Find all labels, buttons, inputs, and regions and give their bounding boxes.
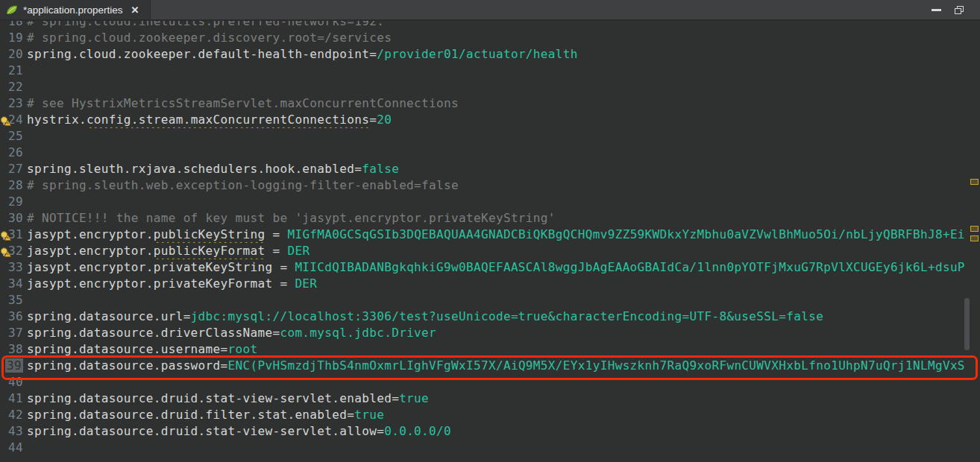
editor-row: 37spring.datasource.driverClassName=com.… — [0, 325, 980, 341]
property-value: MIICdQIBADANBgkqhkiG9w0BAQEFAASCAl8wggJb… — [295, 260, 964, 274]
line-number: 20 — [8, 47, 23, 61]
line-number: 22 — [8, 80, 23, 94]
editor-row: 36spring.datasource.url=jdbc:mysql://loc… — [0, 308, 980, 325]
code-line[interactable]: spring.datasource.url=jdbc:mysql://local… — [27, 308, 980, 325]
line-number: 18 — [8, 21, 23, 28]
property-key: jasypt.encryptor.privateKeyFormat = — [27, 276, 295, 291]
minimize-icon[interactable] — [932, 9, 941, 11]
line-number-gutter[interactable]: 41 — [0, 390, 27, 407]
line-number-gutter[interactable]: 28 — [0, 177, 27, 194]
property-value: com.mysql.jdbc.Driver — [280, 326, 436, 340]
code-line[interactable] — [27, 128, 980, 145]
code-line[interactable]: # see HystrixMetricsStreamServlet.maxCon… — [27, 95, 980, 112]
code-line[interactable]: jasypt.encryptor.publicKeyFormat = DER — [27, 243, 980, 259]
editor-row: 28# spring.sleuth.web.exception-logging-… — [0, 177, 980, 194]
property-key: publicKeyFormat — [154, 244, 266, 258]
code-line[interactable] — [27, 292, 980, 308]
line-number-gutter[interactable]: 19 — [0, 30, 27, 46]
code-line[interactable]: spring.datasource.druid.stat-view-servle… — [27, 390, 980, 407]
line-number: 27 — [8, 162, 23, 176]
tab-close-icon[interactable]: ✕ — [131, 4, 139, 16]
warning-quickfix-bulb-icon[interactable] — [0, 115, 11, 125]
property-key: spring.datasource.url= — [27, 309, 191, 323]
line-number-gutter[interactable]: 36 — [0, 308, 27, 325]
property-key: spring.datasource.password= — [27, 358, 228, 373]
line-number-gutter[interactable]: 39 — [0, 358, 27, 374]
line-number-gutter[interactable]: 29 — [0, 194, 27, 210]
property-key: spring.datasource.druid.filter.stat.enab… — [27, 408, 354, 422]
code-line[interactable]: spring.sleuth.rxjava.schedulers.hook.ena… — [27, 161, 980, 177]
code-line[interactable]: spring.datasource.druid.stat-view-servle… — [27, 423, 980, 440]
restore-maximize-icon[interactable] — [955, 6, 964, 14]
line-number-gutter[interactable]: 44 — [0, 440, 27, 456]
code-line[interactable]: spring.datasource.driverClassName=com.my… — [27, 325, 980, 341]
line-number: 23 — [8, 96, 23, 110]
line-number-gutter[interactable]: 20 — [0, 46, 27, 63]
editor-row: 44 — [0, 440, 980, 456]
warning-quickfix-bulb-icon[interactable] — [0, 246, 11, 256]
line-number-gutter[interactable]: 26 — [0, 145, 27, 161]
property-key: = — [265, 244, 287, 258]
code-line[interactable]: # spring.sleuth.web.exception-logging-fi… — [27, 177, 980, 194]
spring-leaf-file-icon — [6, 4, 18, 16]
property-key: jasypt.encryptor. — [27, 227, 154, 241]
property-value: DER — [287, 244, 310, 258]
editor-row: 31jasypt.encryptor.publicKeyString = MIG… — [0, 227, 980, 243]
line-number-gutter[interactable]: 24 — [0, 112, 27, 128]
code-line[interactable]: # spring.cloud.inetutils.preferred-netwo… — [27, 21, 980, 30]
editor-row: 33jasypt.encryptor.privateKeyString = MI… — [0, 259, 980, 276]
line-number-gutter[interactable]: 31 — [0, 227, 27, 243]
line-number-gutter[interactable]: 33 — [0, 259, 27, 276]
warning-overview-marker[interactable] — [970, 179, 979, 185]
editor-row: 22 — [0, 79, 980, 95]
line-number-gutter[interactable]: 38 — [0, 341, 27, 358]
code-line[interactable]: # NOTICE!!! the name of key must be 'jas… — [27, 210, 980, 227]
code-line[interactable]: spring.datasource.druid.filter.stat.enab… — [27, 407, 980, 423]
line-number-gutter[interactable]: 43 — [0, 423, 27, 440]
code-line[interactable]: hystrix.config.stream.maxConcurrentConne… — [27, 112, 980, 128]
warning-overview-marker[interactable] — [970, 235, 979, 241]
code-line[interactable] — [27, 79, 980, 95]
line-number-gutter[interactable]: 35 — [0, 292, 27, 308]
code-line[interactable]: jasypt.encryptor.privateKeyString = MIIC… — [27, 259, 980, 276]
code-line[interactable]: jasypt.encryptor.privateKeyFormat = DER — [27, 276, 980, 292]
code-line[interactable] — [27, 194, 980, 210]
code-editor[interactable]: 18# spring.cloud.inetutils.preferred-net… — [0, 21, 980, 462]
warning-overview-marker[interactable] — [970, 226, 979, 232]
line-number-gutter[interactable]: 22 — [0, 79, 27, 95]
property-key: publicKeyString — [154, 227, 266, 241]
line-number-gutter[interactable]: 27 — [0, 161, 27, 177]
line-number-gutter[interactable]: 37 — [0, 325, 27, 341]
property-key: jasypt.encryptor.privateKeyString = — [27, 260, 295, 274]
code-line[interactable] — [27, 440, 980, 456]
line-number-gutter[interactable]: 30 — [0, 210, 27, 227]
code-line[interactable]: jasypt.encryptor.publicKeyString = MIGfM… — [27, 227, 980, 243]
code-line[interactable]: # spring.cloud.zookeeper.discovery.root=… — [27, 30, 980, 46]
code-line[interactable] — [27, 145, 980, 161]
code-line[interactable] — [27, 63, 980, 79]
vertical-scrollbar-thumb[interactable] — [964, 298, 970, 350]
line-number-gutter[interactable]: 32 — [0, 243, 27, 259]
code-line[interactable] — [27, 374, 980, 390]
editor-row: 39spring.datasource.password=ENC(PvHSmzd… — [0, 358, 980, 374]
editor-row: 25 — [0, 128, 980, 145]
line-number: 44 — [8, 440, 23, 455]
line-number-gutter[interactable]: 25 — [0, 128, 27, 145]
line-number-gutter[interactable]: 42 — [0, 407, 27, 423]
property-key: = — [265, 227, 287, 241]
editor-row: 43spring.datasource.druid.stat-view-serv… — [0, 423, 980, 440]
line-number: 37 — [8, 326, 23, 340]
warning-quickfix-bulb-icon[interactable] — [0, 230, 11, 240]
line-number-gutter[interactable]: 18 — [0, 21, 27, 30]
line-number-gutter[interactable]: 23 — [0, 95, 27, 112]
line-number-gutter[interactable]: 21 — [0, 63, 27, 79]
code-lines: 18# spring.cloud.inetutils.preferred-net… — [0, 21, 980, 456]
code-line[interactable]: spring.datasource.password=ENC(PvHSmzdjT… — [27, 358, 980, 374]
editor-row: 18# spring.cloud.inetutils.preferred-net… — [0, 21, 980, 30]
tab-application-properties[interactable]: *application.properties ✕ — [0, 0, 151, 19]
line-number-gutter[interactable]: 34 — [0, 276, 27, 292]
property-key: spring.sleuth.rxjava.schedulers.hook.ena… — [27, 162, 362, 176]
code-line[interactable]: spring.datasource.username=root — [27, 341, 980, 358]
code-line[interactable]: spring.cloud.zookeeper.default-health-en… — [27, 46, 980, 63]
line-number-gutter[interactable]: 40 — [0, 374, 27, 390]
